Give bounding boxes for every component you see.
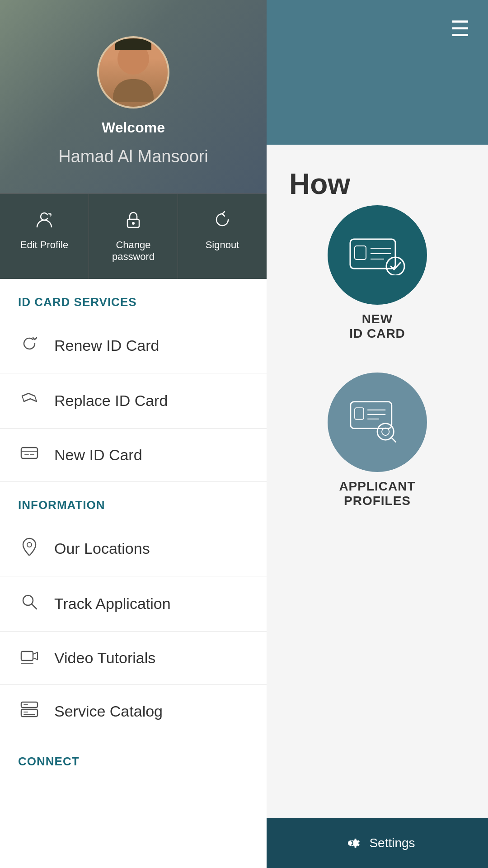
hamburger-icon[interactable]: ☰ [450,18,470,40]
avatar [97,36,169,108]
our-locations-label: Our Locations [54,540,150,557]
avatar-head [117,43,149,75]
svg-point-17 [132,222,135,225]
replace-id-card-item[interactable]: Replace ID Card [0,373,267,429]
avatar-silhouette [99,38,168,107]
id-card-services-section: ID CARD SERVICES Renew ID Card Replace I… [0,279,267,482]
svg-rect-27 [21,651,33,660]
track-application-item[interactable]: Track Application [0,576,267,632]
service-catalog-label: Service Catalog [54,703,163,720]
new-id-card-item[interactable]: New ID Card [0,429,267,482]
settings-icon [339,832,362,854]
video-tutorials-item[interactable]: Video Tutorials [0,632,267,685]
lock-icon [124,210,143,234]
applicant-profiles-icon [348,400,407,445]
avatar-body [113,79,154,102]
new-id-card-menu-icon [18,445,41,465]
information-section: INFORMATION Our Locations Track Applicat… [0,482,267,738]
new-id-card-item[interactable]: NEWID CARD [328,205,427,341]
new-id-card-label: NEWID CARD [349,312,405,341]
new-id-card-circle [328,205,427,305]
new-id-card-label: New ID Card [54,446,142,464]
replace-id-card-label: Replace ID Card [54,392,168,410]
svg-line-18 [22,396,24,401]
replace-icon [18,390,41,412]
applicant-profiles-circle [328,373,427,472]
change-password-label: Change password [98,239,169,263]
change-password-button[interactable]: Change password [89,194,178,279]
svg-rect-1 [355,246,366,259]
right-panel-header: ☰ [267,0,488,145]
svg-line-13 [391,438,396,442]
svg-rect-20 [21,448,38,458]
how-text: How [289,167,350,201]
renew-icon [18,335,41,357]
connect-section: CONNECT [0,738,267,778]
svg-line-26 [32,604,37,609]
id-card-services-header: ID CARD SERVICES [0,279,267,318]
our-locations-item[interactable]: Our Locations [0,521,267,576]
video-icon [18,648,41,668]
svg-rect-7 [355,408,364,419]
edit-profile-button[interactable]: Edit Profile [0,194,89,279]
svg-rect-31 [21,709,38,717]
track-application-label: Track Application [54,595,171,613]
settings-bar[interactable]: Settings [267,818,488,868]
signout-label: Signout [206,239,239,251]
svg-rect-6 [351,402,392,429]
user-name: Hamad Al Mansoori [58,147,208,166]
signout-icon [213,210,232,234]
applicant-profiles-label: APPLICANTPROFILES [339,479,415,508]
action-row: Edit Profile Change password Signout [0,193,267,279]
left-drawer: Welcome Hamad Al Mansoori Edit Profile [0,0,267,868]
service-catalog-item[interactable]: Service Catalog [0,685,267,738]
location-icon [18,538,41,560]
svg-marker-28 [33,652,38,660]
welcome-text: Welcome [102,119,165,136]
signout-button[interactable]: Signout [178,194,267,279]
video-tutorials-label: Video Tutorials [54,649,155,667]
renew-id-card-label: Renew ID Card [54,337,159,354]
profile-area: Welcome Hamad Al Mansoori [0,0,267,193]
applicant-profiles-item[interactable]: APPLICANTPROFILES [328,373,427,508]
svg-point-24 [27,542,32,547]
edit-profile-icon [35,210,54,234]
renew-id-card-item[interactable]: Renew ID Card [0,318,267,373]
settings-label: Settings [369,836,415,850]
edit-profile-label: Edit Profile [20,239,68,251]
catalog-icon [18,701,41,722]
new-id-card-icon [348,235,407,275]
track-icon [18,593,41,615]
information-header: INFORMATION [0,482,267,521]
svg-point-12 [382,428,389,435]
